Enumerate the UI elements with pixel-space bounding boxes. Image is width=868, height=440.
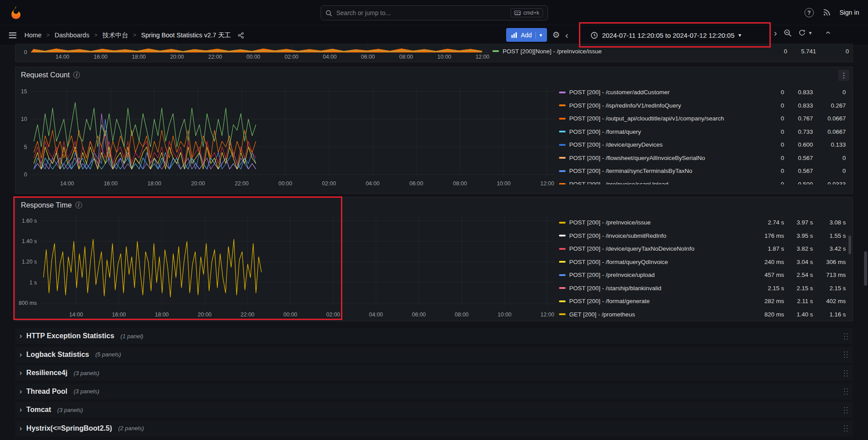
legend-series-label[interactable]: POST [200] - /terminal/syncTerminalsByTa…: [569, 168, 755, 174]
legend-series-color: [559, 118, 566, 120]
legend-value: 0: [755, 128, 784, 135]
legend-series-label[interactable]: POST [200] - /isp/redInfo/V1/redInfoQuer…: [569, 102, 755, 109]
refresh-interval-caret-icon[interactable]: ▾: [809, 30, 812, 36]
row-drag-handle-icon[interactable]: [843, 369, 848, 377]
legend-series-label[interactable]: POST [200] - /preInvoice/issue: [569, 219, 755, 226]
cropped-chart[interactable]: 014:0016:0018:0020:0022:0000:0002:0004:0…: [17, 44, 492, 61]
breadcrumb-home[interactable]: Home: [24, 32, 42, 39]
legend-series-label[interactable]: POST [200] - /output_api/cloudtitle/api/…: [569, 115, 755, 122]
refresh-icon[interactable]: [798, 29, 806, 36]
legend-series-label[interactable]: POST [200] - /format/query: [569, 128, 755, 135]
dashboard-settings-gear-icon[interactable]: ⚙: [552, 31, 560, 39]
collapse-controls-icon[interactable]: ›: [822, 31, 832, 34]
collapsed-row[interactable]: ›Resilience4j(3 panels): [15, 365, 853, 381]
legend-series-label[interactable]: POST [200][None] - /preInvoice/issue: [503, 48, 758, 55]
time-range-label: 2024-07-11 12:20:05 to 2024-07-12 12:20:…: [602, 32, 734, 39]
panel-title[interactable]: Request Count: [21, 71, 70, 79]
row-drag-handle-icon[interactable]: [843, 332, 848, 340]
svg-text:18:00: 18:00: [155, 312, 169, 318]
info-icon: i: [75, 202, 82, 208]
legend-value: 176 ms: [755, 232, 784, 239]
row-drag-handle-icon[interactable]: [843, 351, 848, 358]
clock-icon: [591, 32, 598, 39]
legend-series-color: [559, 248, 566, 250]
svg-text:0: 0: [24, 172, 27, 178]
breadcrumb-separator: >: [47, 32, 50, 38]
legend-value: 0.133: [813, 141, 846, 148]
response-time-chart[interactable]: 800 ms1 s1.20 s1.40 s1.60 s14:0016:0018:…: [17, 212, 559, 319]
time-shift-forward-icon[interactable]: ›: [774, 28, 777, 37]
legend-value: 0: [758, 48, 787, 55]
zoom-out-time-icon[interactable]: [784, 29, 792, 37]
legend-row: POST [200] - /customer/addCustomer00.833…: [559, 86, 846, 99]
legend-series-label[interactable]: POST [200] - /device/queryDevices: [569, 141, 755, 148]
legend-value: 713 ms: [813, 272, 846, 278]
legend-series-label[interactable]: POST [200] - /invoice/submitRedInfo: [569, 232, 755, 239]
panel-title[interactable]: Response Time: [21, 201, 72, 209]
svg-text:22:00: 22:00: [235, 180, 249, 187]
legend-series-color: [559, 274, 566, 276]
legend-series-label[interactable]: POST [200] - /preInvoice/upload: [569, 272, 755, 278]
row-drag-handle-icon[interactable]: [843, 388, 848, 395]
legend-scrollbar-thumb[interactable]: [848, 236, 851, 254]
grafana-logo-icon[interactable]: [9, 5, 23, 20]
search-input[interactable]: [336, 9, 507, 17]
svg-text:16:00: 16:00: [94, 54, 107, 60]
legend-row: POST [200] - /format/queryQdInvoice240 m…: [559, 256, 846, 269]
legend-series-color: [559, 170, 566, 172]
legend-value: 2.74 s: [755, 219, 784, 226]
panel-menu-kebab-icon[interactable]: ⋮: [838, 70, 849, 81]
breadcrumb-separator: >: [133, 32, 136, 38]
page-scrollbar-thumb[interactable]: [864, 251, 867, 286]
row-drag-handle-icon[interactable]: [843, 406, 848, 414]
row-panel-count: (3 panels): [57, 407, 83, 413]
breadcrumb-dashboard-title[interactable]: Spring Boot Statistics v2.7 天工: [141, 31, 231, 40]
search-bar[interactable]: cmd+k: [321, 5, 548, 20]
svg-text:04:00: 04:00: [323, 54, 337, 60]
breadcrumb-dashboards[interactable]: Dashboards: [55, 32, 89, 39]
row-title: HTTP Exception Statistics: [26, 332, 114, 340]
legend-value: 820 ms: [755, 311, 784, 318]
svg-text:20:00: 20:00: [198, 312, 211, 318]
add-caret-down-icon[interactable]: ▾: [539, 32, 542, 38]
share-icon[interactable]: [238, 32, 244, 39]
collapsed-row[interactable]: ›Hystrix(<=SpringBoot2.5)(2 panels): [15, 420, 853, 436]
svg-text:12:00: 12:00: [476, 54, 489, 60]
svg-text:06:00: 06:00: [412, 312, 426, 318]
legend-series-label[interactable]: POST [200] - /flowsheet/queryAllInvoiceB…: [569, 155, 755, 161]
time-range-picker[interactable]: 2024-07-11 12:20:05 to 2024-07-12 12:20:…: [591, 28, 741, 42]
legend-value: 1.16 s: [813, 311, 846, 318]
collapsed-row[interactable]: ›Thread Pool(3 panels): [15, 384, 853, 400]
row-drag-handle-icon[interactable]: [843, 424, 848, 432]
row-expand-chevron-icon: ›: [20, 424, 22, 432]
sign-in-link[interactable]: Sign in: [840, 9, 859, 16]
legend-series-label[interactable]: POST [200] - /preInvoice/scanUpload: [569, 181, 755, 184]
menu-icon[interactable]: [9, 32, 16, 38]
legend-series-color: [559, 183, 566, 184]
news-feed-icon[interactable]: [823, 8, 831, 16]
collapsed-row[interactable]: ›Logback Statistics(5 panels): [15, 347, 853, 363]
legend-value: 3.08 s: [813, 219, 846, 226]
legend-series-color: [492, 50, 499, 52]
breadcrumb-folder[interactable]: 技术中台: [103, 31, 128, 40]
collapsed-row[interactable]: ›HTTP Exception Statistics(1 panel): [15, 328, 853, 344]
legend-series-label[interactable]: POST [200] - /customer/addCustomer: [569, 89, 755, 96]
add-button[interactable]: Add ▾: [506, 28, 547, 42]
cropped-panel-above: 014:0016:0018:0020:0022:0000:0002:0004:0…: [15, 44, 853, 62]
svg-text:08:00: 08:00: [453, 180, 467, 187]
legend-series-label[interactable]: POST [200] - /format/generate: [569, 298, 755, 304]
legend-row: GET [200] - /prometheus820 ms1.40 s1.16 …: [559, 308, 846, 321]
legend-value: 0.600: [784, 141, 813, 148]
svg-text:20:00: 20:00: [170, 54, 184, 60]
legend-series-label[interactable]: POST [200] - /format/queryQdInvoice: [569, 259, 755, 265]
time-shift-back-icon[interactable]: ‹: [565, 30, 568, 40]
collapsed-row[interactable]: ›Tomcat(3 panels): [15, 402, 853, 418]
request-count-chart[interactable]: 05101514:0016:0018:0020:0022:0000:0002:0…: [17, 82, 559, 188]
legend-series-label[interactable]: GET [200] - /prometheus: [569, 311, 755, 318]
svg-text:1.60 s: 1.60 s: [22, 218, 37, 224]
legend-row: POST [200] - /isp/redInfo/V1/redInfoQuer…: [559, 99, 846, 112]
help-icon[interactable]: ?: [805, 8, 814, 17]
legend-series-label[interactable]: POST [200] - /starship/blankinvalid: [569, 285, 755, 292]
legend-value: 0.0333: [813, 181, 846, 184]
legend-series-label[interactable]: POST [200] - /device/queryTaxNoDeviceNoI…: [569, 245, 755, 252]
